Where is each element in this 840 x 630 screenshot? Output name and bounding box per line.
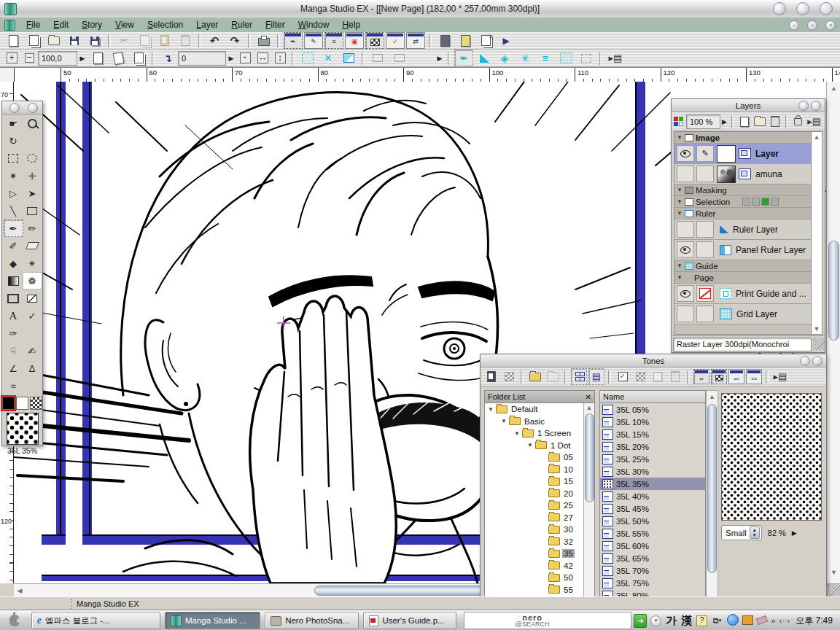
flip-vertical-button[interactable]: ↕ (272, 50, 288, 66)
tone-item[interactable]: 35L 15% (600, 428, 705, 440)
delete-button[interactable] (176, 32, 195, 49)
layers-scrollbar[interactable]: ▲ ▼ (811, 131, 822, 335)
preview-size-select[interactable]: Small ▲▼ (721, 525, 762, 540)
tray-globe-icon[interactable] (727, 614, 739, 627)
zoom-menu-button[interactable]: ▶ (77, 52, 88, 65)
maximize-button[interactable] (796, 2, 809, 15)
expander-icon[interactable] (527, 442, 533, 448)
visibility-toggle[interactable] (677, 145, 694, 162)
next-page-button[interactable] (389, 50, 408, 66)
tone-item[interactable]: 35L 25% (600, 453, 705, 465)
rotate-view-button[interactable]: ↴ (158, 50, 177, 66)
layer-group-page[interactable]: ▼Page (674, 272, 812, 284)
scroll-down-icon[interactable]: ▼ (812, 325, 822, 332)
scroll-up-icon[interactable]: ▲ (827, 85, 840, 92)
batch-output-button[interactable]: ✳ (476, 32, 495, 49)
delete-layer-button[interactable] (768, 113, 782, 130)
folder-tree-item[interactable]: 42 (485, 560, 594, 572)
menu-item[interactable]: Filter (259, 18, 292, 31)
tray-volume-icon[interactable] (757, 616, 767, 625)
finger-tool[interactable]: ☟ (4, 342, 23, 359)
folder-tree-item[interactable]: 32 (485, 536, 594, 548)
menu-item[interactable]: View (109, 18, 141, 31)
folder-tree-item[interactable]: 10 (485, 464, 594, 476)
panel-shade-button[interactable] (798, 101, 809, 111)
edit-toggle[interactable] (696, 221, 714, 238)
marker-tool[interactable]: ✐ (4, 237, 23, 254)
paste-button[interactable] (155, 32, 174, 49)
parallel-ruler-button[interactable]: ≡ (536, 50, 555, 66)
curve-ruler-tool[interactable]: ≈ (4, 377, 23, 394)
close-icon[interactable]: ✕ (586, 393, 591, 401)
menu-item[interactable]: Story (75, 18, 109, 31)
tone-item[interactable]: 35L 60% (600, 540, 705, 552)
text-tool[interactable]: A (4, 307, 23, 324)
rectangle-tool[interactable] (23, 202, 42, 219)
taskbar-item-manga-studio[interactable]: Manga Studio ... (165, 612, 260, 629)
panel-cutter-tool[interactable] (23, 289, 42, 307)
open-button[interactable] (44, 32, 63, 49)
taskbar-item-nero[interactable]: Nero PhotoSna... (265, 612, 359, 629)
layer-row[interactable]: amuna (674, 164, 812, 184)
tone-item[interactable]: 35L 30% (600, 465, 705, 478)
zoom-out-button[interactable]: − (21, 50, 37, 66)
black-color-swatch[interactable] (2, 397, 15, 410)
folder-tree-item[interactable]: Basic (485, 416, 594, 428)
ruler-zoom-tool[interactable]: ∆ (23, 359, 42, 377)
ime-korean-button[interactable]: 가 (664, 614, 677, 627)
selection-pen-tool[interactable]: ✍ (23, 342, 42, 359)
tone-pattern-button[interactable] (632, 368, 648, 385)
tray-expand-icon[interactable]: » (771, 616, 775, 625)
actual-size-button[interactable] (129, 50, 148, 66)
tree-scroll-thumb[interactable] (585, 413, 594, 502)
panel-mode-button[interactable] (298, 50, 317, 66)
undo-button[interactable]: ↶ (205, 32, 224, 49)
save-all-button[interactable] (85, 32, 104, 49)
layer-group-selection[interactable]: ▼Selection (674, 196, 812, 208)
new-tone-button[interactable] (650, 368, 666, 385)
folder-tree-item[interactable]: 27 (485, 512, 594, 524)
layers-panel-titlebar[interactable]: Layers (672, 99, 825, 112)
zoom-in-button[interactable]: + (4, 50, 20, 66)
ime-help-button[interactable]: ? (695, 614, 708, 627)
folder-tree-item[interactable]: 30 (485, 524, 594, 536)
layer-row[interactable]: Ruler Layer (674, 219, 812, 240)
edit-toggle[interactable] (696, 306, 714, 322)
view-mode-list-button[interactable]: ≡≡ (746, 369, 762, 384)
ime-hanja-button[interactable]: 漢 (680, 614, 693, 627)
nero-search-input[interactable]: nero@SEARCH (464, 612, 631, 629)
save-button[interactable] (65, 32, 84, 49)
rotate-canvas-tool[interactable]: ↻ (4, 132, 23, 149)
tray-display-icon[interactable] (742, 615, 753, 626)
minimize-button[interactable] (773, 2, 786, 15)
panel-shade-button[interactable] (800, 356, 810, 366)
layers-menu-button[interactable]: ▸▤ (806, 113, 822, 130)
open-page-button[interactable] (435, 32, 454, 49)
toggle-tool-options-palette-button[interactable]: ✎ (304, 32, 323, 49)
lock-layer-button[interactable] (792, 113, 806, 130)
scroll-up-icon[interactable]: ▲ (812, 133, 822, 141)
layer-row[interactable]: Grid Layer (674, 304, 812, 324)
folder-tree-item[interactable]: 15 (485, 475, 594, 488)
menu-item[interactable]: File (20, 18, 47, 31)
open-story-button[interactable] (456, 32, 475, 49)
folder-tree-item[interactable]: 20 (485, 488, 594, 500)
tone-item[interactable]: 35L 65% (600, 552, 705, 564)
tone-item[interactable]: 35L 40% (600, 490, 705, 502)
symmetry-ruler-button[interactable]: ✳ (516, 50, 534, 66)
ruler-pen-button[interactable]: ✒ (454, 50, 473, 66)
doc-close-button[interactable]: × (825, 20, 836, 31)
toggle-navigator-palette-button[interactable]: ▣ (345, 32, 364, 49)
zoom-tool[interactable] (23, 114, 42, 132)
menu-item[interactable]: Ruler (225, 18, 259, 31)
tone-item[interactable]: 35L 55% (600, 527, 705, 540)
ime-toolbar-button[interactable]: ➔ (634, 614, 647, 627)
palette-shade-button[interactable] (9, 103, 20, 113)
pencil-tool[interactable]: ✏ (23, 219, 42, 237)
join-line-tool[interactable]: ✓ (23, 307, 42, 324)
opacity-menu-button[interactable]: ▶ (720, 115, 729, 128)
tone-item[interactable]: 35L 20% (600, 440, 705, 453)
layer-group-guide[interactable]: ▼Guide (674, 260, 812, 272)
ruler-select-tool[interactable]: ∠ (4, 359, 23, 377)
selected-tone-swatch[interactable] (7, 413, 39, 445)
